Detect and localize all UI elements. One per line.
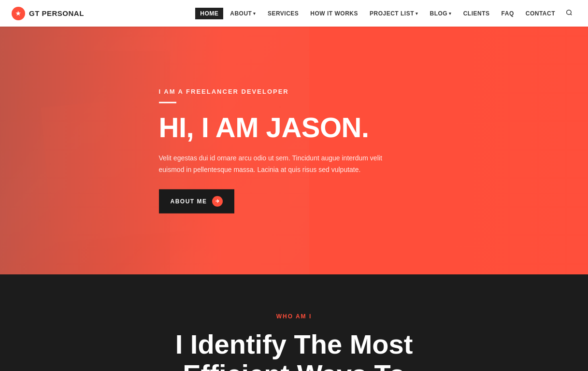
nav-link-clients[interactable]: CLIENTS [459,7,495,20]
hero-section: I AM A FREELANCER DEVELOPER HI, I AM JAS… [0,27,588,274]
nav-link-faq[interactable]: FAQ [497,7,519,20]
svg-point-0 [567,10,571,14]
brand-icon: ★ [12,7,25,20]
navbar: ★ GT PERSONAL HOME ABOUT ▾ SERVICES HOW … [0,0,588,27]
nav-search-item[interactable] [562,6,576,20]
brand-logo[interactable]: ★ GT PERSONAL [12,7,84,20]
hero-title: HI, I AM JASON. [159,113,430,142]
nav-item-faq[interactable]: FAQ [497,7,519,20]
nav-item-blog[interactable]: BLOG ▾ [425,7,457,20]
nav-link-services[interactable]: SERVICES [263,7,303,20]
nav-item-about[interactable]: ABOUT ▾ [225,7,261,20]
nav-item-contact[interactable]: CONTACT [521,7,560,20]
hero-subtitle: I AM A FREELANCER DEVELOPER [159,87,430,95]
nav-link-project-list[interactable]: PROJECT LIST ▾ [365,7,423,20]
who-am-i-section: WHO AM I I Identify The Most Efficient W… [0,274,588,371]
search-icon[interactable] [562,6,576,20]
nav-link-blog[interactable]: BLOG ▾ [425,7,457,20]
nav-link-about[interactable]: ABOUT ▾ [225,7,261,20]
nav-item-how-it-works[interactable]: HOW IT WORKS [305,7,363,20]
chevron-down-icon: ▾ [253,11,256,16]
nav-link-how-it-works[interactable]: HOW IT WORKS [305,7,363,20]
svg-line-1 [571,14,572,15]
nav-item-services[interactable]: SERVICES [263,7,303,20]
hero-content: I AM A FREELANCER DEVELOPER HI, I AM JAS… [159,87,430,213]
section-heading-line2: Efficient Ways To [183,359,405,371]
nav-item-clients[interactable]: CLIENTS [459,7,495,20]
nav-menu: HOME ABOUT ▾ SERVICES HOW IT WORKS PROJE… [195,6,576,20]
section-label: WHO AM I [125,313,463,320]
hero-description: Velit egestas dui id ornare arcu odio ut… [159,153,396,176]
nav-item-project-list[interactable]: PROJECT LIST ▾ [365,7,423,20]
about-me-button-label: ABOUT ME [171,198,207,205]
nav-link-home[interactable]: HOME [195,8,223,19]
chevron-down-icon: ▾ [449,11,452,16]
arrow-icon [212,196,223,207]
chevron-down-icon: ▾ [416,11,418,16]
hero-divider [159,101,176,103]
section-heading-line1: I Identify The Most [175,329,413,359]
section-heading: I Identify The Most Efficient Ways To [125,329,463,371]
brand-name: GT PERSONAL [29,9,84,17]
nav-item-home[interactable]: HOME [195,8,223,19]
nav-link-contact[interactable]: CONTACT [521,7,560,20]
about-me-button[interactable]: ABOUT ME [159,189,234,214]
section-inner: WHO AM I I Identify The Most Efficient W… [125,313,463,371]
